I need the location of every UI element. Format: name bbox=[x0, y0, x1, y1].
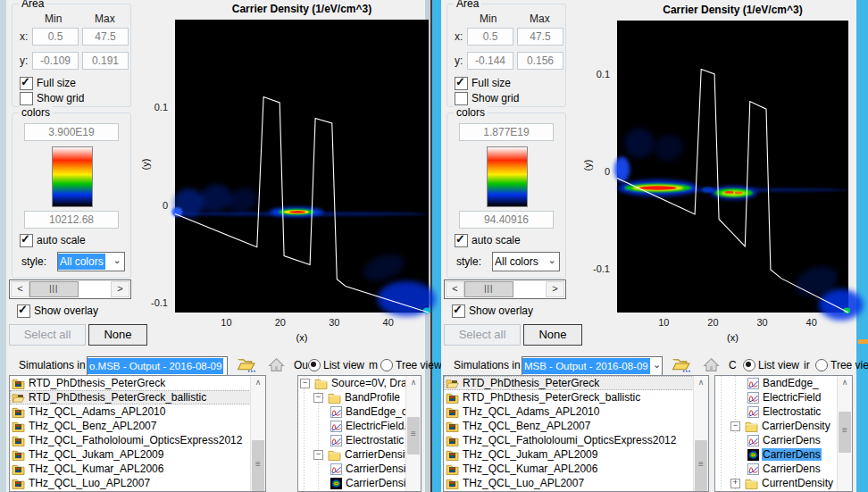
x-min-field[interactable]: 0.5 bbox=[32, 28, 79, 46]
vscroll-thumb[interactable] bbox=[695, 440, 707, 492]
folder-icon bbox=[745, 478, 758, 489]
scroll-left-icon[interactable] bbox=[11, 281, 29, 297]
tree-item[interactable]: Electrostatic bbox=[298, 433, 421, 447]
x-axis-label: (x) bbox=[617, 332, 848, 343]
color-min-value[interactable]: 94.40916 bbox=[459, 211, 554, 229]
plot-hscrollbar[interactable] bbox=[9, 279, 131, 299]
area-group-title: Area bbox=[454, 0, 481, 10]
simulations-combo[interactable]: MSB - Output - 2016-08-09 bbox=[522, 356, 663, 376]
list-item[interactable]: THz_QCL_Adams_APL2010 bbox=[10, 404, 265, 419]
style-label: style: bbox=[456, 255, 481, 268]
y-min-field[interactable]: -0.109 bbox=[32, 52, 79, 70]
y-min-field[interactable]: -0.144 bbox=[467, 52, 513, 70]
x-max-field[interactable]: 47.5 bbox=[82, 28, 129, 46]
list-item[interactable]: THz_QCL_Luo_APL2007 bbox=[444, 476, 708, 490]
scroll-up-icon[interactable] bbox=[406, 376, 421, 389]
tree-item[interactable]: CarrierDensity bbox=[298, 476, 421, 490]
show-overlay-checkbox[interactable] bbox=[452, 304, 465, 318]
tree-item-label: BandEdge_ bbox=[762, 377, 820, 389]
chevron-down-icon[interactable] bbox=[650, 360, 663, 372]
chevron-down-icon[interactable] bbox=[545, 255, 559, 268]
open-folder-icon[interactable] bbox=[672, 356, 690, 372]
collapse-icon[interactable] bbox=[730, 421, 740, 431]
hscroll-track[interactable] bbox=[29, 281, 111, 297]
open-folder-icon[interactable] bbox=[237, 356, 255, 372]
style-select[interactable]: All colors bbox=[492, 252, 560, 271]
home-icon[interactable] bbox=[702, 356, 721, 372]
full-size-checkbox[interactable] bbox=[455, 77, 468, 90]
scroll-up-icon[interactable] bbox=[694, 376, 708, 389]
collapse-icon[interactable] bbox=[313, 393, 323, 403]
list-item[interactable]: RTD_PhDthesis_PeterGreck bbox=[444, 376, 708, 390]
tree-item[interactable]: CarrierDensity bbox=[298, 447, 421, 462]
y-max-field[interactable]: 0.156 bbox=[517, 52, 563, 70]
select-all-button[interactable]: Select all bbox=[444, 324, 521, 346]
vscroll-thumb[interactable] bbox=[407, 417, 420, 454]
list-item[interactable]: THz_QCL_Jukam_APL2009 bbox=[10, 447, 265, 462]
vscroll-thumb[interactable] bbox=[839, 412, 851, 453]
auto-scale-checkbox[interactable] bbox=[455, 234, 468, 247]
tree-vscrollbar[interactable] bbox=[837, 376, 852, 491]
expand-icon[interactable] bbox=[730, 479, 740, 488]
list-item[interactable]: THz_QCL_Kumar_APL2006 bbox=[10, 462, 265, 476]
hscroll-track[interactable] bbox=[464, 281, 546, 297]
list-item[interactable]: THz_QCL_Fathololoumi_OpticsExpress2012 bbox=[444, 433, 708, 447]
list-item[interactable]: THz_QCL_Fathololoumi_OpticsExpress2012 bbox=[10, 433, 265, 447]
color-max-value[interactable]: 3.900E19 bbox=[24, 123, 119, 141]
tree-item[interactable]: BandProfile bbox=[298, 390, 421, 404]
chevron-down-icon[interactable] bbox=[223, 360, 228, 372]
color-min-value[interactable]: 10212.68 bbox=[24, 211, 119, 229]
y-max-field[interactable]: 0.191 bbox=[82, 52, 129, 70]
list-item[interactable]: THz_QCL_Benz_APL2007 bbox=[10, 419, 265, 433]
style-select-value: All colors bbox=[493, 254, 540, 270]
list-item[interactable]: RTD_PhDthesis_PeterGreck_ballistic bbox=[444, 390, 708, 404]
tree-view-radio[interactable] bbox=[380, 359, 393, 371]
collapse-icon[interactable] bbox=[313, 450, 323, 460]
color-max-value[interactable]: 1.877E19 bbox=[459, 123, 554, 141]
scroll-right-icon[interactable] bbox=[546, 281, 564, 297]
list-vscrollbar[interactable] bbox=[693, 376, 708, 491]
select-all-button[interactable]: Select all bbox=[9, 324, 86, 346]
auto-scale-checkbox[interactable] bbox=[20, 234, 33, 247]
scroll-up-icon[interactable] bbox=[838, 376, 852, 389]
chevron-down-icon[interactable] bbox=[110, 255, 124, 268]
x-min-field[interactable]: 0.5 bbox=[467, 28, 513, 46]
list-item[interactable]: THz_QCL_Jukam_APL2009 bbox=[444, 447, 708, 462]
scroll-left-icon[interactable] bbox=[446, 281, 464, 297]
plot-hscrollbar[interactable] bbox=[444, 279, 566, 299]
simulations-combo[interactable]: o.MSB - Output - 2016-08-09 bbox=[87, 356, 228, 376]
list-view-radio[interactable] bbox=[308, 359, 321, 371]
carrier-density-plot[interactable] bbox=[617, 21, 848, 313]
scroll-up-icon[interactable] bbox=[251, 376, 265, 389]
show-grid-checkbox[interactable] bbox=[20, 92, 33, 105]
sim-folder-icon bbox=[12, 378, 25, 389]
tree-view-radio[interactable] bbox=[815, 359, 828, 371]
full-size-checkbox[interactable] bbox=[20, 77, 33, 90]
tree-vscrollbar[interactable] bbox=[405, 376, 421, 491]
collapse-icon[interactable] bbox=[300, 379, 310, 388]
x-max-field[interactable]: 47.5 bbox=[517, 28, 563, 46]
style-select[interactable]: All colors bbox=[57, 252, 125, 271]
show-overlay-checkbox[interactable] bbox=[17, 304, 30, 318]
list-item[interactable]: THz_QCL_Benz_APL2007 bbox=[444, 419, 708, 433]
scroll-right-icon[interactable] bbox=[111, 281, 129, 297]
chart-icon bbox=[330, 421, 342, 432]
list-item[interactable]: THz_QCL_Adams_APL2010 bbox=[444, 404, 708, 419]
show-grid-label: Show grid bbox=[472, 92, 519, 104]
show-grid-checkbox[interactable] bbox=[455, 92, 468, 105]
vscroll-thumb[interactable] bbox=[252, 440, 264, 492]
hscroll-thumb[interactable] bbox=[464, 281, 513, 297]
hscroll-thumb[interactable] bbox=[29, 281, 79, 297]
list-item[interactable]: RTD_PhDthesis_PeterGreck_ballistic bbox=[10, 390, 265, 404]
list-item[interactable]: RTD_PhDthesis_PeterGreck bbox=[10, 376, 265, 390]
tree-item[interactable]: ElectricField. bbox=[298, 419, 421, 433]
list-item[interactable]: THz_QCL_Kumar_APL2006 bbox=[444, 462, 708, 476]
list-vscrollbar[interactable] bbox=[250, 376, 265, 491]
home-icon[interactable] bbox=[267, 356, 286, 372]
carrier-density-plot[interactable] bbox=[175, 20, 429, 313]
tree-item[interactable]: CarrierDensity bbox=[298, 462, 421, 476]
list-view-radio[interactable] bbox=[743, 359, 755, 371]
tree-item[interactable]: Source=0V, Drain=0. bbox=[298, 376, 421, 390]
tree-item[interactable]: BandEdge_c bbox=[298, 404, 421, 419]
list-item[interactable]: THz_QCL_Luo_APL2007 bbox=[10, 476, 265, 490]
